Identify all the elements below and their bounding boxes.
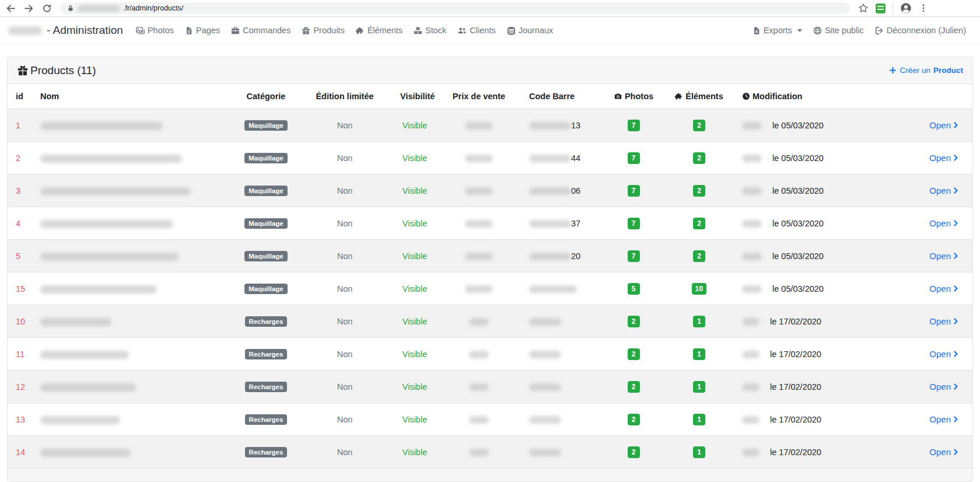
url-bar[interactable]: .fr/admin/products/ <box>60 2 850 14</box>
elements-count-badge: 1 <box>693 381 705 393</box>
price-cell <box>432 436 526 469</box>
profile-avatar-icon[interactable] <box>900 2 912 14</box>
category-cell: Maquillage <box>240 174 292 207</box>
commandes-icon <box>231 26 240 35</box>
modification-cell: le 05/03/2020 <box>738 240 852 273</box>
menu-dots-icon[interactable] <box>919 4 928 13</box>
exports-dropdown[interactable]: Exports <box>752 26 802 35</box>
brand-suffix: - Administration <box>47 24 123 37</box>
product-name-cell <box>37 174 240 207</box>
price-cell <box>432 142 526 174</box>
category-badge: Recharges <box>245 316 288 327</box>
open-link[interactable]: Open <box>929 414 960 424</box>
nav-item-produits[interactable]: Produits <box>302 26 344 35</box>
table-row: 4 Maquillage Non Visible 37 7 2 le 05/03… <box>8 207 972 240</box>
extension-icon[interactable] <box>876 4 886 13</box>
elements-count-cell: 2 <box>660 240 738 273</box>
barcode-cell: 06 <box>526 174 607 207</box>
product-id[interactable]: 3 <box>8 174 37 207</box>
product-id[interactable]: 12 <box>8 371 37 403</box>
table-row: 3 Maquillage Non Visible 06 7 2 le 05/03… <box>8 174 972 207</box>
logout-icon <box>875 26 884 35</box>
modification-date: le 05/03/2020 <box>772 186 824 195</box>
open-link[interactable]: Open <box>929 251 960 261</box>
open-link[interactable]: Open <box>929 120 960 130</box>
nav-item-label: Commandes <box>243 26 290 35</box>
category-cell: Maquillage <box>240 142 292 174</box>
nav-item-commandes[interactable]: Commandes <box>231 26 290 35</box>
barcode-suffix: 20 <box>571 252 580 261</box>
nav-item-stock[interactable]: Stock <box>414 26 446 35</box>
nav-item-elements[interactable]: Éléments <box>356 26 402 35</box>
product-id[interactable]: 2 <box>8 142 37 174</box>
product-id[interactable]: 10 <box>8 305 37 338</box>
open-link[interactable]: Open <box>929 218 960 228</box>
open-link[interactable]: Open <box>929 349 960 359</box>
table-header-row: id Nom Catégorie Édition limitée Visibil… <box>8 84 972 109</box>
product-name-cell <box>37 240 240 273</box>
reload-icon <box>42 4 52 13</box>
redacted-barcode <box>529 187 571 195</box>
elements-count-cell: 2 <box>660 109 738 142</box>
nav-item-label: Exports <box>764 26 792 35</box>
create-product-button[interactable]: Créer un Product <box>889 66 963 75</box>
product-id[interactable]: 1 <box>8 109 37 142</box>
open-link-label: Open <box>929 153 951 163</box>
open-link[interactable]: Open <box>929 316 960 326</box>
header-visibilite: Visibilité <box>397 84 432 109</box>
open-link[interactable]: Open <box>929 186 960 195</box>
redacted-price <box>469 318 489 326</box>
open-link[interactable]: Open <box>929 447 960 457</box>
product-id[interactable]: 15 <box>8 273 37 305</box>
nav-item-clients[interactable]: Clients <box>457 26 495 35</box>
nav-item-pages[interactable]: Pages <box>185 26 220 35</box>
chevron-right-icon <box>952 317 960 325</box>
visibility-cell: Visible <box>397 273 432 305</box>
reload-button[interactable] <box>42 3 52 13</box>
redacted-product-name <box>40 220 173 228</box>
redacted-domain <box>78 5 120 12</box>
modification-cell: le 05/03/2020 <box>738 109 852 142</box>
header-photos: Photos <box>607 84 660 109</box>
photos-count-badge: 2 <box>628 381 640 393</box>
elements-count-cell: 1 <box>660 436 738 469</box>
redacted-price <box>465 285 493 293</box>
nav-item-photos[interactable]: Photos <box>136 26 174 35</box>
header-actions <box>852 84 972 109</box>
nav-item-journaux[interactable]: Journaux <box>507 26 554 35</box>
photos-count-badge: 2 <box>628 414 640 425</box>
nav-item-label: Journaux <box>519 26 554 35</box>
open-link[interactable]: Open <box>929 382 960 392</box>
elements-count-badge: 2 <box>693 185 705 197</box>
redacted-price <box>465 155 493 162</box>
product-id[interactable]: 13 <box>8 403 37 436</box>
navbar-menu: Photos Pages Commandes Produits Éléments… <box>136 26 752 35</box>
table-row: 5 Maquillage Non Visible 20 7 2 le 05/03… <box>8 240 972 273</box>
forward-arrow-icon <box>24 4 34 13</box>
photos-count-cell: 7 <box>607 207 660 240</box>
table-row: 12 Recharges Non Visible 2 1 le 17/02/20… <box>8 371 972 403</box>
forward-button[interactable] <box>24 3 34 13</box>
product-id[interactable]: 11 <box>8 338 37 371</box>
photos-count-badge: 7 <box>628 218 640 229</box>
site-public-link[interactable]: Site public <box>813 26 864 35</box>
logout-link[interactable]: Déconnexion (Julien) <box>875 26 966 35</box>
redacted-modifier-name <box>742 253 762 260</box>
redacted-modifier-name <box>742 122 762 130</box>
open-link[interactable]: Open <box>929 284 960 294</box>
visibility-cell: Visible <box>397 174 432 207</box>
elements-count-cell: 2 <box>660 207 738 240</box>
limited-edition-cell: Non <box>292 240 397 273</box>
category-cell: Recharges <box>240 305 292 338</box>
photos-count-badge: 7 <box>628 120 640 131</box>
redacted-barcode <box>529 155 571 162</box>
product-id[interactable]: 4 <box>8 207 37 240</box>
barcode-suffix: 13 <box>571 121 580 130</box>
modification-date: le 05/03/2020 <box>772 284 824 294</box>
product-id[interactable]: 14 <box>8 436 37 469</box>
back-button[interactable] <box>6 3 16 13</box>
limited-edition-cell: Non <box>292 305 397 338</box>
bookmark-star-icon[interactable] <box>858 3 869 13</box>
open-link[interactable]: Open <box>929 153 960 163</box>
product-id[interactable]: 5 <box>8 240 37 273</box>
